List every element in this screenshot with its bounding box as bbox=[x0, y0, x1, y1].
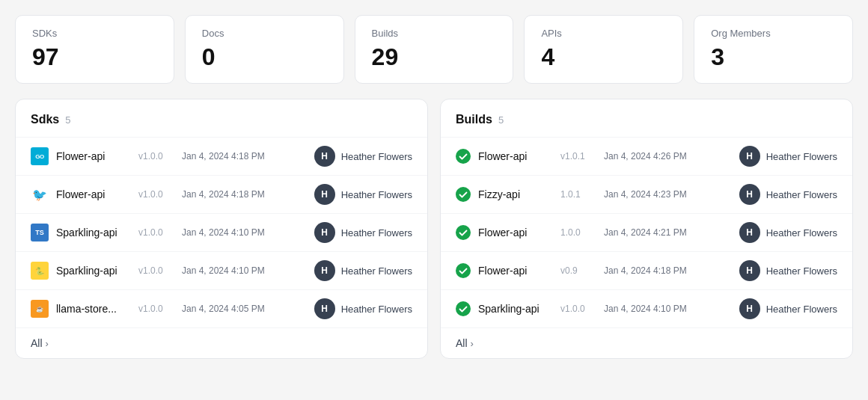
item-version: 1.0.0 bbox=[560, 227, 596, 238]
builds-all-link[interactable]: All › bbox=[456, 337, 837, 349]
sdks-count: 5 bbox=[65, 114, 70, 126]
sdks-panel: Sdks 5 GO Flower-api v1.0.0 Jan 4, 2024 … bbox=[15, 99, 428, 359]
author-name: Heather Flowers bbox=[766, 304, 837, 315]
list-item: Flower-api v0.9 Jan 4, 2024 4:18 PM H He… bbox=[441, 251, 852, 289]
author-name: Heather Flowers bbox=[766, 151, 837, 162]
sdks-footer: All › bbox=[16, 327, 427, 358]
item-version: v1.0.0 bbox=[138, 227, 174, 238]
item-name: llama-store... bbox=[56, 303, 131, 315]
list-item: TS Sparkling-api v1.0.0 Jan 4, 2024 4:10… bbox=[16, 213, 427, 251]
python-icon: 🐍 bbox=[31, 262, 49, 280]
check-icon bbox=[456, 149, 471, 164]
avatar: H bbox=[739, 298, 760, 319]
builds-list: Flower-api v1.0.1 Jan 4, 2024 4:26 PM H … bbox=[441, 137, 852, 327]
sdks-all-link[interactable]: All › bbox=[31, 337, 412, 349]
item-version: v1.0.0 bbox=[138, 151, 174, 161]
builds-footer: All › bbox=[441, 327, 852, 358]
stat-card-builds: Builds 29 bbox=[355, 15, 514, 84]
avatar: H bbox=[314, 222, 335, 243]
stat-label: APIs bbox=[541, 28, 666, 39]
java-icon: ☕ bbox=[31, 300, 49, 318]
item-name: Flower-api bbox=[56, 188, 131, 200]
author-name: Heather Flowers bbox=[766, 189, 837, 200]
stat-label: SDKs bbox=[32, 28, 157, 39]
stat-card-org-members: Org Members 3 bbox=[694, 15, 853, 84]
item-date: Jan 4, 2024 4:10 PM bbox=[182, 227, 307, 238]
stats-row: SDKs 97 Docs 0 Builds 29 APIs 4 Org Memb… bbox=[15, 15, 853, 84]
avatar-group: H Heather Flowers bbox=[739, 222, 837, 243]
stat-value: 29 bbox=[372, 43, 497, 71]
sdks-list: GO Flower-api v1.0.0 Jan 4, 2024 4:18 PM… bbox=[16, 137, 427, 327]
list-item: Flower-api v1.0.1 Jan 4, 2024 4:26 PM H … bbox=[441, 137, 852, 175]
item-version: v1.0.1 bbox=[560, 151, 596, 161]
stat-value: 4 bbox=[541, 43, 666, 71]
item-name: Fizzy-api bbox=[478, 188, 553, 200]
avatar-group: H Heather Flowers bbox=[314, 184, 412, 205]
panels-row: Sdks 5 GO Flower-api v1.0.0 Jan 4, 2024 … bbox=[15, 99, 853, 359]
list-item: Sparkling-api v1.0.0 Jan 4, 2024 4:10 PM… bbox=[441, 289, 852, 327]
builds-title: Builds bbox=[456, 113, 492, 126]
builds-panel: Builds 5 Flower-api v1.0.1 Jan 4, 2024 4… bbox=[440, 99, 853, 359]
svg-point-2 bbox=[456, 225, 471, 240]
check-icon bbox=[456, 301, 471, 316]
svg-point-1 bbox=[456, 187, 471, 202]
list-item: Fizzy-api 1.0.1 Jan 4, 2024 4:23 PM H He… bbox=[441, 175, 852, 213]
author-name: Heather Flowers bbox=[766, 227, 837, 239]
ts-icon: TS bbox=[31, 224, 49, 241]
item-name: Flower-api bbox=[56, 150, 131, 162]
item-version: v1.0.0 bbox=[560, 304, 596, 314]
check-icon bbox=[456, 225, 471, 240]
list-item: GO Flower-api v1.0.0 Jan 4, 2024 4:18 PM… bbox=[16, 137, 427, 175]
item-date: Jan 4, 2024 4:23 PM bbox=[604, 189, 732, 200]
item-version: v1.0.0 bbox=[138, 265, 174, 276]
avatar-group: H Heather Flowers bbox=[739, 298, 837, 319]
builds-all-label: All bbox=[456, 337, 468, 349]
avatar: H bbox=[314, 298, 335, 319]
item-date: Jan 4, 2024 4:05 PM bbox=[182, 304, 307, 314]
avatar: H bbox=[739, 184, 760, 205]
stat-label: Org Members bbox=[711, 28, 836, 39]
go-icon: GO bbox=[31, 147, 49, 165]
stat-value: 97 bbox=[32, 43, 157, 71]
list-item: 🐦 Flower-api v1.0.0 Jan 4, 2024 4:18 PM … bbox=[16, 175, 427, 213]
author-name: Heather Flowers bbox=[341, 265, 412, 277]
item-date: Jan 4, 2024 4:21 PM bbox=[604, 227, 732, 238]
check-icon bbox=[456, 187, 471, 202]
avatar: H bbox=[739, 146, 760, 167]
avatar-group: H Heather Flowers bbox=[739, 184, 837, 205]
item-version: v1.0.0 bbox=[138, 304, 174, 314]
list-item: 🐍 Sparkling-api v1.0.0 Jan 4, 2024 4:10 … bbox=[16, 251, 427, 289]
item-version: 1.0.1 bbox=[560, 189, 596, 200]
author-name: Heather Flowers bbox=[766, 265, 837, 277]
stat-value: 0 bbox=[202, 43, 327, 71]
check-icon bbox=[456, 263, 471, 278]
item-name: Flower-api bbox=[478, 150, 553, 162]
item-date: Jan 4, 2024 4:18 PM bbox=[182, 151, 307, 161]
stat-label: Docs bbox=[202, 28, 327, 39]
stat-card-sdks: SDKs 97 bbox=[15, 15, 174, 84]
item-date: Jan 4, 2024 4:26 PM bbox=[604, 151, 732, 161]
avatar-group: H Heather Flowers bbox=[314, 146, 412, 167]
svg-point-0 bbox=[456, 149, 471, 164]
stat-label: Builds bbox=[372, 28, 497, 39]
stat-card-apis: APIs 4 bbox=[524, 15, 683, 84]
avatar-group: H Heather Flowers bbox=[314, 260, 412, 281]
stat-value: 3 bbox=[711, 43, 836, 71]
avatar-group: H Heather Flowers bbox=[739, 146, 837, 167]
svg-point-3 bbox=[456, 263, 471, 278]
sdks-all-label: All bbox=[31, 337, 43, 349]
avatar: H bbox=[739, 260, 760, 281]
author-name: Heather Flowers bbox=[341, 304, 412, 315]
item-date: Jan 4, 2024 4:18 PM bbox=[182, 189, 307, 200]
builds-panel-header: Builds 5 bbox=[441, 113, 852, 137]
item-name: Sparkling-api bbox=[56, 227, 131, 239]
chevron-right-icon-builds: › bbox=[471, 338, 474, 349]
item-date: Jan 4, 2024 4:10 PM bbox=[182, 265, 307, 276]
item-name: Sparkling-api bbox=[56, 265, 131, 277]
avatar-group: H Heather Flowers bbox=[314, 298, 412, 319]
author-name: Heather Flowers bbox=[341, 189, 412, 200]
sdks-panel-header: Sdks 5 bbox=[16, 113, 427, 137]
list-item: Flower-api 1.0.0 Jan 4, 2024 4:21 PM H H… bbox=[441, 213, 852, 251]
item-date: Jan 4, 2024 4:10 PM bbox=[604, 304, 732, 314]
chevron-right-icon: › bbox=[46, 338, 49, 349]
